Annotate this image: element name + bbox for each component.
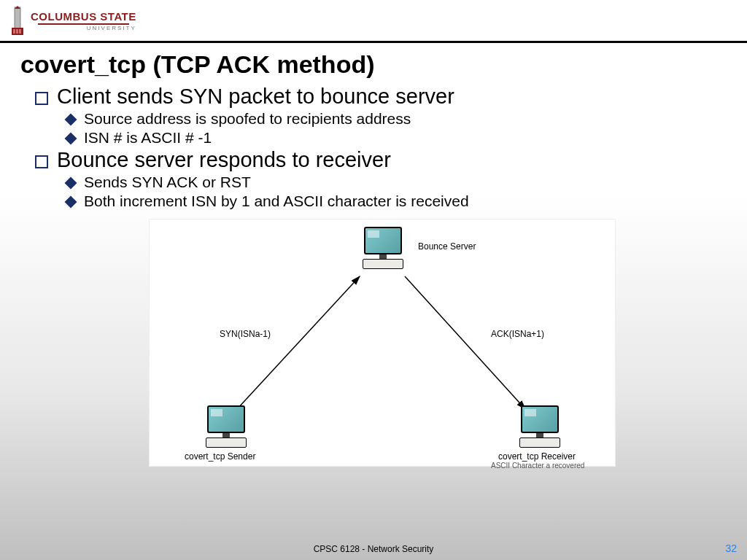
square-bullet-icon	[35, 92, 48, 105]
diagram-edge-label-ack: ACK(ISNa+1)	[491, 329, 544, 339]
subbullet-1-2-text: ISN # is ASCII # -1	[84, 129, 212, 147]
svg-rect-0	[15, 7, 20, 29]
slide-content: Client sends SYN packet to bounce server…	[0, 85, 747, 467]
subbullet-1-1-text: Source address is spoofed to recipients …	[84, 110, 411, 128]
university-name-block: COLUMBUS STATE UNIVERSITY	[31, 11, 136, 31]
university-logo	[9, 6, 26, 36]
diagram-label-sender: covert_tcp Sender	[185, 451, 255, 462]
diamond-bullet-icon	[65, 114, 77, 126]
bullet-2: Bounce server responds to receiver	[35, 148, 729, 172]
diamond-bullet-icon	[65, 196, 77, 209]
subbullet-2-1: Sends SYN ACK or RST	[64, 174, 729, 191]
subbullet-1-2: ISN # is ASCII # -1	[64, 129, 729, 147]
subbullet-1-1: Source address is spoofed to recipients …	[64, 110, 729, 128]
subbullet-2-2: Both increment ISN by 1 and ASCII charac…	[64, 192, 729, 210]
square-bullet-icon	[35, 155, 48, 168]
diagram-node-bounce-server	[357, 227, 409, 269]
diagram-edge-label-syn: SYN(ISNa-1)	[220, 329, 271, 339]
svg-line-7	[405, 276, 525, 409]
svg-rect-3	[13, 29, 15, 34]
network-diagram: Bounce Server covert_tcp Sender covert_t…	[149, 219, 616, 467]
diagram-note-ascii-recovered: ASCII Character a recovered	[491, 462, 584, 470]
university-subname: UNIVERSITY	[31, 25, 136, 31]
svg-rect-4	[16, 29, 18, 34]
footer-page-number: 32	[725, 542, 737, 554]
university-name: COLUMBUS STATE	[31, 11, 136, 23]
diagram-label-bounce-server: Bounce Server	[418, 241, 476, 252]
bullet-1-text: Client sends SYN packet to bounce server	[57, 85, 454, 109]
diagram-node-receiver	[514, 405, 565, 448]
bullet-2-text: Bounce server responds to receiver	[57, 148, 391, 172]
subbullet-2-2-text: Both increment ISN by 1 and ASCII charac…	[84, 192, 469, 210]
slide-footer: CPSC 6128 - Network Security 32	[0, 544, 747, 554]
bullet-1: Client sends SYN packet to bounce server	[35, 85, 729, 109]
svg-rect-5	[19, 29, 21, 34]
svg-line-6	[237, 276, 360, 409]
diamond-bullet-icon	[65, 133, 77, 145]
subbullet-2-1-text: Sends SYN ACK or RST	[84, 174, 251, 191]
slide-header: COLUMBUS STATE UNIVERSITY	[0, 0, 747, 39]
diagram-node-sender	[201, 405, 252, 448]
diamond-bullet-icon	[65, 177, 77, 190]
diagram-label-receiver: covert_tcp Receiver	[498, 451, 576, 462]
slide-title: covert_tcp (TCP ACK method)	[0, 43, 747, 83]
footer-course: CPSC 6128 - Network Security	[0, 544, 747, 554]
